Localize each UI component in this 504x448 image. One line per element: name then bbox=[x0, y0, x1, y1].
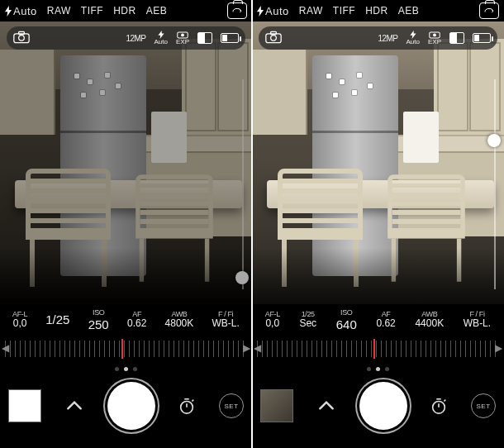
svg-point-4 bbox=[181, 33, 184, 36]
flash-auto-icon[interactable]: Auto bbox=[155, 31, 168, 45]
svg-point-10 bbox=[433, 33, 436, 36]
pane-divider bbox=[251, 0, 253, 448]
exposure-mode-icon[interactable]: EXP bbox=[176, 31, 189, 45]
param-af[interactable]: AF0.62 bbox=[127, 310, 146, 330]
flash-auto-icon[interactable]: Auto bbox=[407, 31, 420, 45]
viewfinder[interactable] bbox=[0, 21, 252, 304]
param-filter[interactable]: F / FiWB-L. bbox=[212, 310, 239, 330]
page-dots bbox=[252, 367, 504, 371]
hdr-toggle[interactable]: HDR bbox=[365, 5, 388, 17]
aeb-toggle[interactable]: AEB bbox=[146, 5, 168, 17]
page-dots bbox=[0, 367, 252, 371]
svg-point-8 bbox=[271, 36, 277, 41]
viewfinder[interactable] bbox=[252, 21, 504, 304]
param-iso[interactable]: ISO250 bbox=[88, 308, 109, 331]
raw-toggle[interactable]: RAW bbox=[47, 5, 71, 17]
parameter-row: AF-L0,0 1/25 ISO250 AF0.62 AWB4800K F / … bbox=[0, 306, 252, 334]
bottom-bar: SET bbox=[0, 364, 252, 448]
switch-camera-icon[interactable] bbox=[479, 2, 499, 19]
gallery-thumbnail[interactable] bbox=[8, 389, 41, 422]
top-bar: Auto RAW TIFF HDR AEB bbox=[0, 0, 252, 21]
battery-icon bbox=[473, 33, 491, 43]
exposure-slider[interactable] bbox=[494, 79, 496, 289]
battery-icon bbox=[221, 33, 239, 43]
raw-toggle[interactable]: RAW bbox=[299, 5, 323, 17]
megapixel-label: 12MP bbox=[378, 34, 397, 43]
value-ruler[interactable] bbox=[0, 337, 252, 360]
switch-camera-icon[interactable] bbox=[227, 2, 247, 19]
param-af-lock[interactable]: AF-L0,0 bbox=[265, 310, 280, 330]
self-timer-icon[interactable] bbox=[175, 394, 198, 417]
exposure-mode-icon[interactable]: EXP bbox=[428, 31, 441, 45]
param-shutter[interactable]: 1/25 bbox=[45, 312, 69, 326]
param-filter[interactable]: F / FiWB-L. bbox=[464, 310, 491, 330]
top-bar: Auto RAW TIFF HDR AEB bbox=[252, 0, 504, 21]
storage-icon bbox=[197, 32, 212, 44]
settings-button[interactable]: SET bbox=[219, 393, 244, 418]
svg-point-2 bbox=[19, 36, 25, 41]
status-pill: 12MP Auto EXP bbox=[259, 26, 497, 50]
hdr-toggle[interactable]: HDR bbox=[113, 5, 136, 17]
param-iso[interactable]: ISO640 bbox=[336, 308, 357, 331]
shutter-button[interactable] bbox=[359, 382, 407, 430]
shutter-button[interactable] bbox=[107, 382, 155, 430]
param-af[interactable]: AF0.62 bbox=[376, 310, 395, 330]
settings-button[interactable]: SET bbox=[471, 393, 496, 418]
param-wb[interactable]: AWB4400K bbox=[415, 310, 444, 330]
gallery-thumbnail[interactable] bbox=[260, 389, 293, 422]
tiff-toggle[interactable]: TIFF bbox=[81, 5, 103, 17]
param-shutter[interactable]: 1/25Sec bbox=[299, 310, 316, 330]
self-timer-icon[interactable] bbox=[427, 394, 450, 417]
param-wb[interactable]: AWB4800K bbox=[165, 310, 194, 330]
storage-icon bbox=[449, 32, 464, 44]
mode-up-button[interactable] bbox=[314, 393, 339, 418]
status-pill: 12MP Auto EXP bbox=[7, 26, 245, 50]
camera-icon[interactable] bbox=[265, 31, 282, 45]
megapixel-label: 12MP bbox=[126, 34, 145, 43]
camera-screen-left: Auto RAW TIFF HDR AEB 12MP Auto EXP bbox=[0, 0, 252, 448]
exposure-slider[interactable] bbox=[242, 79, 244, 289]
flash-mode[interactable]: Auto bbox=[257, 5, 289, 17]
parameter-row: AF-L0,0 1/25Sec ISO640 AF0.62 AWB4400K F… bbox=[252, 306, 504, 334]
flash-mode[interactable]: Auto bbox=[5, 5, 37, 17]
svg-rect-1 bbox=[19, 31, 25, 34]
svg-rect-7 bbox=[271, 31, 277, 34]
mode-up-button[interactable] bbox=[62, 393, 87, 418]
param-af-lock[interactable]: AF-L0,0 bbox=[12, 310, 27, 330]
aeb-toggle[interactable]: AEB bbox=[398, 5, 420, 17]
exposure-slider-handle[interactable] bbox=[487, 134, 501, 147]
camera-screen-right: Auto RAW TIFF HDR AEB 12MP Auto EXP bbox=[252, 0, 504, 448]
bottom-bar: SET bbox=[252, 364, 504, 448]
value-ruler[interactable] bbox=[252, 337, 504, 360]
camera-icon[interactable] bbox=[13, 31, 30, 45]
tiff-toggle[interactable]: TIFF bbox=[333, 5, 355, 17]
